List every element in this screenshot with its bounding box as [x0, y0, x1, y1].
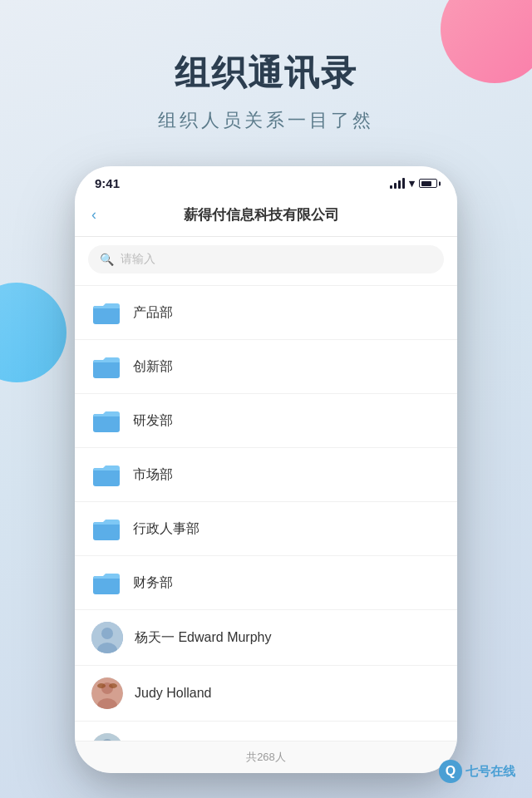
list-item[interactable]: 创新部	[75, 340, 457, 394]
footer-text: 共268人	[246, 751, 286, 763]
nav-title: 薪得付信息科技有限公司	[105, 205, 417, 224]
dept-label: 市场部	[133, 466, 441, 484]
watermark-text: 七号在线	[466, 764, 515, 780]
svg-point-7	[101, 628, 113, 639]
wifi-icon: ▾	[409, 177, 415, 190]
list-item[interactable]: Judy Holland	[75, 666, 457, 722]
folder-icon	[91, 406, 121, 436]
status-time: 9:41	[95, 176, 120, 190]
search-placeholder: 请输入	[121, 252, 155, 267]
list-item[interactable]: 行政人事部	[75, 502, 457, 556]
folder-icon	[91, 568, 121, 598]
list-item[interactable]: 财务部	[75, 556, 457, 610]
footer-bar: 共268人	[75, 741, 457, 773]
svg-rect-1	[93, 360, 120, 378]
avatar	[91, 622, 123, 653]
svg-rect-3	[93, 468, 120, 486]
list-item[interactable]: 市场部	[75, 448, 457, 502]
dept-label: 财务部	[133, 574, 441, 592]
back-button[interactable]: ‹	[91, 206, 96, 224]
search-bar-wrapper: 🔍 请输入	[75, 237, 457, 286]
dept-label: 研发部	[133, 412, 441, 430]
dept-label: 行政人事部	[133, 520, 441, 538]
page-subtitle: 组织人员关系一目了然	[0, 108, 532, 133]
folder-icon	[91, 352, 121, 382]
watermark-icon: Q	[439, 760, 462, 783]
search-icon: 🔍	[100, 253, 114, 266]
list-item[interactable]: 产品部	[75, 286, 457, 340]
dept-label: 产品部	[133, 304, 441, 322]
svg-point-13	[109, 683, 117, 688]
nav-bar: ‹ 薪得付信息科技有限公司	[75, 197, 457, 237]
contact-name: 杨天一 Edward Murphy	[135, 629, 441, 647]
list-item[interactable]: 研发部	[75, 394, 457, 448]
status-icons: ▾	[390, 177, 437, 190]
signal-icon	[390, 178, 405, 189]
svg-rect-4	[93, 522, 120, 540]
watermark: Q 七号在线	[439, 760, 515, 783]
search-bar[interactable]: 🔍 请输入	[88, 245, 444, 273]
svg-point-12	[97, 683, 106, 688]
avatar	[91, 677, 123, 709]
svg-rect-5	[93, 576, 120, 594]
contact-name: Judy Holland	[135, 686, 441, 701]
list-item[interactable]: 杨天一 Edward Murphy	[75, 610, 457, 666]
dept-label: 创新部	[133, 358, 441, 376]
svg-rect-0	[93, 306, 120, 324]
list-item[interactable]: 泮伟友 Lulu Herrera	[75, 722, 457, 741]
phone-mockup: 9:41 ▾ ‹ 薪得付信息科技有限公司 🔍 请输入	[75, 166, 457, 773]
folder-icon	[91, 514, 121, 544]
folder-icon	[91, 460, 121, 490]
svg-rect-2	[93, 414, 120, 432]
status-bar: 9:41 ▾	[75, 166, 457, 197]
avatar	[91, 733, 123, 741]
decorative-circle-left	[0, 283, 66, 382]
folder-icon	[91, 298, 121, 328]
battery-icon	[419, 179, 437, 188]
list-container: 产品部 创新部 研发部	[75, 286, 457, 741]
